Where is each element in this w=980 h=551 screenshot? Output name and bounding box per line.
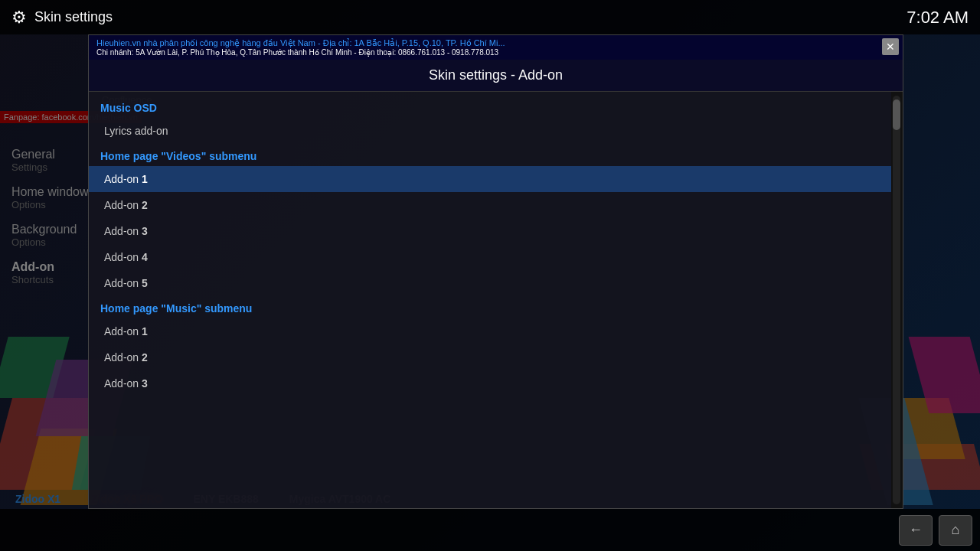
menu-item-videos-addon-5[interactable]: Add-on 5	[89, 270, 891, 296]
videos-addon-5-label: Add-on 5	[104, 277, 148, 289]
lyrics-addon-label: Lyrics add-on	[104, 125, 168, 137]
menu-item-music-addon-2[interactable]: Add-on 2	[89, 344, 891, 370]
music-addon-2-label: Add-on 2	[104, 351, 148, 364]
menu-item-videos-addon-4[interactable]: Add-on 4	[89, 244, 891, 270]
videos-addon-2-label: Add-on 2	[104, 199, 148, 211]
videos-addon-4-number: 4	[142, 251, 148, 263]
back-button[interactable]: ←	[899, 515, 933, 546]
section-music-submenu: Home page "Music" submenu	[89, 296, 891, 318]
scrollbar-track	[893, 96, 900, 504]
close-button[interactable]: ✕	[882, 38, 899, 55]
info-banner: Hieuhien.vn nhà phân phối công nghệ hàng…	[89, 35, 903, 60]
music-addon-3-label: Add-on 3	[104, 377, 148, 390]
dialog-content: Music OSD Lyrics add-on Home page "Video…	[89, 92, 903, 508]
scrollbar[interactable]	[891, 92, 903, 508]
info-line1: Hieuhien.vn nhà phân phối công nghệ hàng…	[96, 38, 895, 48]
dialog-title: Skin settings - Add-on	[89, 60, 903, 92]
menu-item-lyrics-addon[interactable]: Lyrics add-on	[89, 118, 891, 144]
home-button[interactable]: ⌂	[939, 515, 972, 546]
videos-addon-1-label: Add-on 1	[104, 173, 148, 185]
music-addon-1-label: Add-on 1	[104, 325, 148, 337]
videos-addon-5-number: 5	[142, 277, 148, 289]
scrollbar-thumb[interactable]	[893, 99, 900, 130]
dialog-menu[interactable]: Music OSD Lyrics add-on Home page "Video…	[89, 92, 891, 508]
bottom-bar: ← ⌂	[0, 509, 980, 551]
menu-item-music-addon-1[interactable]: Add-on 1	[89, 318, 891, 344]
status-left: ⚙ Skin settings	[11, 8, 113, 28]
music-addon-1-number: 1	[142, 325, 148, 337]
info-line2: Chi nhánh: 5A Vườn Lài, P. Phú Thọ Hòa, …	[96, 48, 895, 57]
clock-display: 7:02 AM	[906, 8, 969, 28]
videos-addon-3-label: Add-on 3	[104, 225, 148, 237]
videos-addon-4-label: Add-on 4	[104, 251, 148, 263]
gear-icon: ⚙	[11, 8, 27, 28]
skin-settings-dialog: Hieuhien.vn nhà phân phối công nghệ hàng…	[88, 34, 903, 509]
section-music-osd: Music OSD	[89, 96, 891, 118]
menu-item-videos-addon-1[interactable]: Add-on 1	[89, 166, 891, 192]
videos-addon-3-number: 3	[142, 225, 148, 237]
videos-addon-2-number: 2	[142, 199, 148, 211]
app-title: Skin settings	[34, 9, 113, 25]
section-videos-submenu: Home page "Videos" submenu	[89, 144, 891, 166]
music-addon-2-number: 2	[142, 351, 148, 364]
menu-item-music-addon-3[interactable]: Add-on 3	[89, 370, 891, 396]
videos-addon-1-number: 1	[142, 173, 148, 185]
menu-item-videos-addon-3[interactable]: Add-on 3	[89, 218, 891, 244]
menu-item-videos-addon-2[interactable]: Add-on 2	[89, 192, 891, 218]
music-addon-3-number: 3	[142, 377, 148, 390]
status-bar: ⚙ Skin settings 7:02 AM	[0, 0, 980, 34]
